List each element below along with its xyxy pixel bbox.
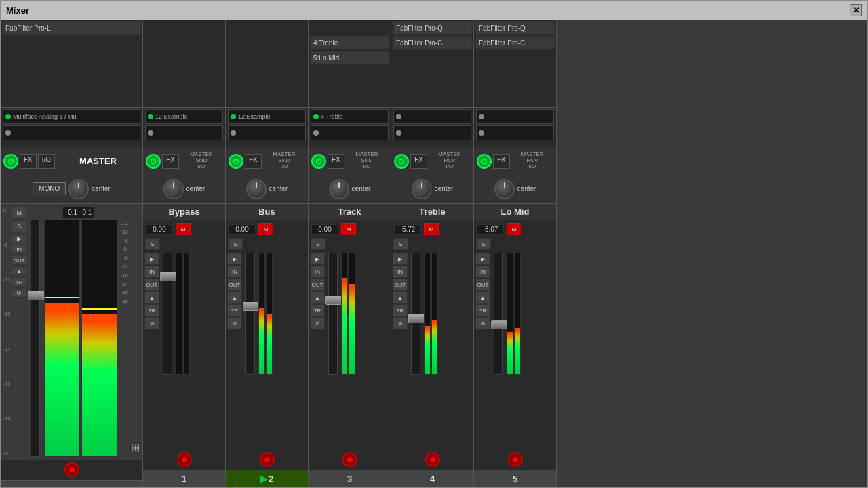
play-button[interactable]: ▶: [475, 253, 490, 265]
fx-slot-2[interactable]: [144, 51, 224, 64]
in-button[interactable]: IN: [144, 266, 159, 278]
up-button[interactable]: ▲: [227, 291, 242, 304]
master-out-button[interactable]: OUT: [12, 256, 26, 265]
fx-slot-2[interactable]: 5:Lo Mid: [310, 51, 389, 64]
master-power-button[interactable]: [3, 154, 18, 169]
fader-track[interactable]: [163, 253, 172, 375]
master-fader[interactable]: [31, 220, 40, 457]
pan-knob[interactable]: [494, 179, 515, 199]
phase-button[interactable]: ⊘: [393, 317, 408, 329]
io-slot[interactable]: [476, 109, 554, 124]
play-button[interactable]: ▶: [310, 253, 325, 265]
master-record-button[interactable]: [64, 462, 79, 477]
solo-button[interactable]: S: [393, 238, 408, 250]
record-button[interactable]: [425, 452, 440, 467]
fx-button[interactable]: FX: [410, 154, 427, 169]
fader-track[interactable]: [494, 253, 503, 375]
phase-button[interactable]: ⊘: [475, 317, 490, 329]
power-button[interactable]: [477, 154, 492, 169]
master-fx-button[interactable]: FX: [20, 154, 37, 169]
pan-knob[interactable]: [412, 179, 432, 199]
phase-button[interactable]: ⊘: [227, 317, 242, 329]
mute-button[interactable]: M: [258, 223, 273, 235]
master-up-button[interactable]: ▲: [12, 266, 26, 276]
mute-button[interactable]: M: [341, 223, 356, 235]
up-button[interactable]: ▲: [310, 291, 325, 304]
fader-track[interactable]: [328, 253, 338, 375]
in-button[interactable]: IN: [393, 266, 408, 278]
power-button[interactable]: [394, 154, 409, 169]
master-fader-thumb[interactable]: [28, 291, 44, 300]
master-mute-button[interactable]: M: [12, 207, 26, 219]
tr-button[interactable]: TR: [310, 304, 325, 317]
master-io-slot-2[interactable]: [3, 125, 140, 140]
fx-slot-4[interactable]: [310, 81, 389, 94]
io-slot[interactable]: 12:Example: [228, 109, 306, 124]
mute-button[interactable]: M: [424, 223, 439, 235]
tr-button[interactable]: TR: [227, 304, 242, 317]
play-button[interactable]: ▶: [393, 253, 408, 265]
up-button[interactable]: ▲: [144, 291, 159, 304]
fx-button[interactable]: FX: [245, 154, 262, 169]
solo-button[interactable]: S: [476, 238, 491, 250]
fx-slot-4[interactable]: [393, 81, 472, 94]
io-slot-2[interactable]: [311, 125, 389, 140]
mute-button[interactable]: M: [507, 223, 521, 235]
tr-button[interactable]: TR: [475, 304, 490, 317]
fx-slot-1[interactable]: [144, 36, 224, 49]
fx-button[interactable]: FX: [328, 154, 344, 169]
play-button[interactable]: ▶: [144, 253, 159, 265]
fx-slot-1[interactable]: FabFilter Pro-L: [2, 21, 141, 35]
master-io-slot[interactable]: Multiface Analog 1 / Mu: [3, 109, 140, 124]
fx-slot-4[interactable]: [475, 81, 555, 94]
io-slot-2[interactable]: [393, 125, 471, 140]
io-slot-2[interactable]: [228, 125, 306, 140]
master-phase-button[interactable]: ⊘: [12, 288, 26, 298]
power-button[interactable]: [229, 154, 243, 169]
fx-slot-3[interactable]: [144, 66, 224, 79]
fx-slot-3[interactable]: [2, 51, 141, 64]
fx-slot-4[interactable]: [144, 81, 224, 94]
mono-button[interactable]: MONO: [33, 182, 66, 195]
fader-thumb[interactable]: [243, 302, 259, 311]
tr-button[interactable]: TR: [393, 304, 408, 317]
fader-track[interactable]: [245, 253, 255, 375]
solo-button[interactable]: S: [311, 238, 326, 250]
fader-thumb[interactable]: [408, 314, 425, 323]
up-button[interactable]: ▲: [475, 291, 490, 304]
io-slot[interactable]: 12:Example: [145, 109, 223, 124]
record-button[interactable]: [342, 452, 357, 467]
fader-track[interactable]: [411, 253, 420, 375]
play-button[interactable]: ▶: [227, 253, 242, 265]
power-button[interactable]: [146, 154, 161, 169]
fader-thumb[interactable]: [160, 272, 176, 281]
master-io-button[interactable]: I/O: [38, 154, 55, 169]
fx-slot-3[interactable]: [393, 66, 472, 79]
pan-knob[interactable]: [246, 179, 267, 199]
power-button[interactable]: [311, 154, 326, 169]
fx-slot-0[interactable]: [227, 21, 307, 35]
fx-slot-1[interactable]: [227, 36, 307, 49]
fx-slot-1[interactable]: FabFilter Pro-C: [475, 36, 555, 49]
io-slot-2[interactable]: [476, 125, 554, 140]
in-button[interactable]: IN: [310, 266, 325, 278]
fx-slot-0[interactable]: FabFilter Pro-Q: [393, 21, 472, 35]
io-slot[interactable]: 4:Treble: [311, 109, 389, 124]
out-button[interactable]: OUT: [475, 279, 490, 291]
record-button[interactable]: [508, 452, 523, 467]
out-button[interactable]: OUT: [227, 279, 242, 291]
fx-slot-1[interactable]: 4:Treble: [310, 36, 389, 49]
in-button[interactable]: IN: [227, 266, 242, 278]
fx-slot-2[interactable]: [475, 51, 555, 64]
io-slot[interactable]: [393, 109, 471, 124]
phase-button[interactable]: ⊘: [310, 317, 325, 329]
solo-button[interactable]: S: [145, 238, 160, 250]
fx-slot-2[interactable]: [393, 51, 472, 64]
fx-slot-0[interactable]: FabFilter Pro-Q: [475, 21, 555, 35]
fx-slot-4[interactable]: [2, 66, 141, 79]
up-button[interactable]: ▲: [393, 291, 408, 304]
fx-button[interactable]: FX: [162, 154, 179, 169]
master-solo-button[interactable]: S: [12, 220, 26, 232]
pan-knob[interactable]: [163, 179, 184, 199]
fader-thumb[interactable]: [491, 320, 507, 329]
